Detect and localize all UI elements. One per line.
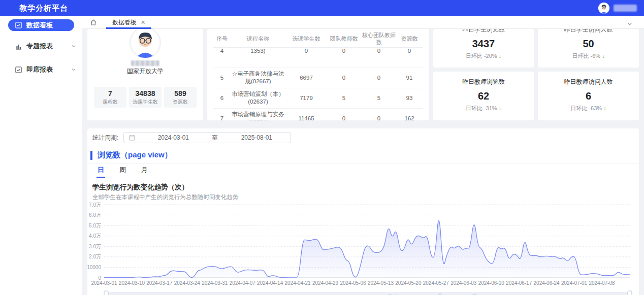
metric-label: 选课学生数 xyxy=(130,99,160,106)
calendar-icon xyxy=(129,135,135,141)
bar-chart-icon xyxy=(15,43,22,50)
column-header: 资源数 xyxy=(397,35,422,44)
date-range-input[interactable]: 2024-03-01 至 2025-08-01 xyxy=(123,132,291,143)
stat-value: 3437 xyxy=(433,38,534,50)
institution-name: 国家开放大学 xyxy=(87,67,203,76)
user-avatar[interactable] xyxy=(598,3,609,14)
tab-week[interactable]: 周 xyxy=(119,166,126,178)
datazoom-slider[interactable] xyxy=(87,290,639,295)
report-icon xyxy=(15,67,22,73)
sidebar-item-adhoc-reports[interactable]: 即席报表 xyxy=(8,61,74,78)
x-tick-label: 2024-04-29 xyxy=(312,280,339,286)
column-header: 核心团队教师数 xyxy=(361,31,397,47)
metric-resources: 589 资源数 xyxy=(164,87,197,108)
x-tick-label: 2024-03-17 xyxy=(146,280,173,286)
y-tick-label: 0 xyxy=(98,275,101,281)
tab-dashboard[interactable]: 数据看板 ✕ xyxy=(106,16,151,29)
tab-list-chevron-icon[interactable] xyxy=(627,20,633,29)
metric-value: 7 xyxy=(95,89,125,97)
dashboard-icon xyxy=(15,22,22,28)
y-tick-label: 10000 xyxy=(87,265,101,270)
x-tick-label: 2024-05-20 xyxy=(395,280,422,286)
table-cell: 5 xyxy=(361,93,397,104)
datazoom-right-handle[interactable] xyxy=(628,291,632,295)
sidebar-item-label: 即席报表 xyxy=(26,65,53,74)
x-tick-label: 2024-03-24 xyxy=(174,280,201,286)
table-cell: 11465 xyxy=(285,113,327,120)
x-tick-label: 2024-05-13 xyxy=(368,280,394,286)
chevron-down-icon xyxy=(71,44,76,49)
metric-value: 34838 xyxy=(130,89,160,97)
x-tick-label: 2024-04-21 xyxy=(285,280,311,286)
stat-value: 62 xyxy=(433,90,534,102)
table-cell: 0 xyxy=(361,113,397,120)
table-cell: 6697 xyxy=(285,73,327,83)
institution-avatar xyxy=(130,29,161,58)
table-row: 7市场营销原理与实务(02554)1146500162 xyxy=(213,109,423,121)
tab-bar: 数据看板 ✕ xyxy=(82,16,644,29)
y-tick-label: 7.0万 xyxy=(89,202,101,208)
x-tick-label: 2024-07-01 xyxy=(561,280,588,286)
course-table-card: 序号课程名称选课学生数团队教师数核心团队教师数资源数 41353)00005☆电… xyxy=(207,29,429,120)
table-header-row: 序号课程名称选课学生数团队教师数核心团队教师数资源数 xyxy=(213,31,423,48)
table-cell: 7 xyxy=(213,113,231,120)
metric-courses: 7 课程数 xyxy=(94,87,126,108)
tab-close-icon[interactable]: ✕ xyxy=(141,19,145,26)
avatar-face-icon xyxy=(130,29,160,58)
sidebar-item-topic-reports[interactable]: 专题报表 xyxy=(8,38,74,54)
sidebar: 数据看板 专题报表 即席报表 xyxy=(0,16,82,295)
page-view-analytics-card: 统计周期: 2024-03-01 至 2025-08-01 浏览数（page v… xyxy=(87,128,639,295)
stat-value: 50 xyxy=(538,38,639,50)
x-tick-label: 2024-06-10 xyxy=(478,280,505,286)
home-icon[interactable] xyxy=(90,19,97,26)
filter-label: 统计周期: xyxy=(92,134,118,142)
table-cell: 7179 xyxy=(285,93,327,104)
table-cell: 0 xyxy=(361,73,397,83)
start-date-value[interactable]: 2024-03-01 xyxy=(139,134,207,141)
stat-card-teacher-views: 昨日教师浏览数 62 日环比 -31% ↓ xyxy=(433,72,534,120)
sidebar-item-label: 专题报表 xyxy=(26,42,53,51)
table-cell: 0 xyxy=(397,48,422,56)
table-cell: 5 xyxy=(213,73,231,83)
x-tick-label: 2024-04-14 xyxy=(257,280,283,286)
datazoom-track xyxy=(107,292,630,295)
metric-value: 589 xyxy=(165,89,196,97)
table-cell: 市场营销原理与实务(02554) xyxy=(231,109,285,120)
sidebar-item-dashboard[interactable]: 数据看板 xyxy=(8,19,74,31)
stat-value: 6 xyxy=(538,90,639,102)
x-tick-label: 2024-04-07 xyxy=(230,280,256,286)
table-cell: ☆电子商务法律与法规(02667) xyxy=(231,69,285,87)
metric-enrolled-students: 34838 选课学生数 xyxy=(129,87,162,108)
app-root: 教学分析平台 数据看板 专题报表 xyxy=(0,0,644,295)
metric-label: 资源数 xyxy=(165,99,196,106)
arrow-down-icon: ↓ xyxy=(499,53,502,59)
column-header: 团队教师数 xyxy=(327,35,361,44)
column-header: 序号 xyxy=(213,35,231,44)
stat-daily-ratio: 日环比 -6% ↓ xyxy=(538,52,639,60)
y-tick-label: 5.0万 xyxy=(89,223,101,228)
y-tick-label: 2.0万 xyxy=(89,254,101,259)
table-cell: 5 xyxy=(327,93,361,104)
stat-daily-ratio: 日环比 -20% ↓ xyxy=(433,52,534,60)
sidebar-item-label: 数据看板 xyxy=(26,21,53,30)
y-tick-label: 4.0万 xyxy=(89,233,101,239)
x-tick-label: 2024-07-08 xyxy=(589,280,615,286)
end-date-value[interactable]: 2025-08-01 xyxy=(222,134,291,141)
stat-daily-ratio: 日环比 -63% ↓ xyxy=(538,105,639,112)
datazoom-left-handle[interactable] xyxy=(104,291,108,295)
table-row: 6市场营销策划（本）(02637)71795593 xyxy=(213,88,423,109)
x-tick-label: 2024-03-10 xyxy=(119,280,145,286)
tab-month[interactable]: 月 xyxy=(141,166,148,178)
tab-day[interactable]: 日 xyxy=(98,166,104,178)
stat-card-student-visitors: 昨日学生访问人数 50 日环比 -6% ↓ xyxy=(538,29,639,68)
chart-title: 学生浏览行为数变化趋势（次） xyxy=(92,183,639,192)
arrow-down-icon: ↓ xyxy=(602,53,605,59)
profile-metrics: 7 课程数 34838 选课学生数 589 资源数 xyxy=(87,87,203,108)
stat-title: 昨日教师浏览数 xyxy=(433,78,534,86)
x-tick-label: 2024-05-27 xyxy=(423,280,449,286)
stat-title: 昨日教师访问人数 xyxy=(538,78,639,86)
stat-daily-ratio: 日环比 -31% ↓ xyxy=(433,105,534,112)
redacted-username[interactable] xyxy=(614,5,637,12)
table-cell: 1353) xyxy=(231,48,285,56)
table-cell: 0 xyxy=(327,48,361,56)
